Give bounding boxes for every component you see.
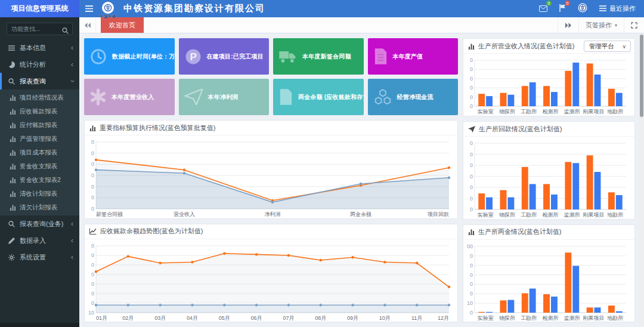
company-title: 中铁资源集团勘察设计有限公司: [123, 3, 265, 14]
svg-text:监测所: 监测所: [564, 212, 580, 218]
card-two-funds[interactable]: 两金余额 (应收账款和存货): [273, 79, 364, 115]
file-icon: [278, 88, 293, 106]
expand-button[interactable]: [624, 17, 644, 33]
company-logo: 中国中铁: [100, 2, 116, 20]
sidebar-subitem-output-mgmt-report[interactable]: 产值管理报表: [0, 132, 79, 146]
svg-text:监测所: 监测所: [564, 109, 580, 115]
svg-text:0: 0: [91, 272, 94, 277]
svg-text:0: 0: [470, 206, 473, 212]
paper-plane-lg-icon: [184, 89, 203, 105]
sidebar-subitem-fund-inout-report[interactable]: 资金收支报表: [0, 159, 79, 173]
panel-income: 生产所营业收入情况(蓝色计划值) 管理平台 ∨ 000000实验室物探所工勘所检…: [463, 38, 635, 116]
sidebar-search: [0, 17, 79, 39]
svg-text:检测所: 检测所: [543, 109, 559, 115]
svg-text:P: P: [190, 51, 196, 63]
emblem-button[interactable]: [578, 3, 587, 15]
chevron-icon: ‹: [71, 254, 73, 261]
svg-text:02月: 02月: [122, 315, 134, 321]
svg-text:0: 0: [470, 76, 473, 82]
svg-text:0: 0: [91, 243, 94, 249]
svg-text:0: 0: [91, 161, 94, 167]
svg-text:05月: 05月: [219, 315, 230, 321]
tab-bar: 欢迎首页 页签操作 ▾: [79, 17, 644, 33]
scrollbar[interactable]: [639, 33, 644, 327]
svg-text:0: 0: [470, 252, 473, 258]
sidebar-subitem-project-operation-report[interactable]: 项目经营情况表: [0, 91, 79, 104]
card-output-value[interactable]: 本年度产值: [368, 38, 459, 75]
svg-text:0: 0: [91, 206, 94, 212]
svg-text:0: 0: [470, 196, 473, 202]
search-icon[interactable]: [62, 26, 69, 36]
notice-button[interactable]: 0: [559, 4, 566, 14]
card-annual-revenue[interactable]: 本年度营业收入: [84, 79, 175, 115]
svg-text:04月: 04月: [187, 315, 198, 321]
sidebar-subitem-arrears-plan-report[interactable]: 清欠计划报表: [0, 200, 79, 214]
hamburger-icon[interactable]: [79, 0, 98, 17]
gear-icon: [8, 254, 15, 261]
tab-controls: 页签操作 ▾: [558, 17, 644, 33]
mail-button[interactable]: 0: [539, 4, 547, 14]
card-label: 经营净现金流: [397, 93, 434, 101]
sidebar-subitem-project-cost-report[interactable]: 项目成本报表: [0, 146, 79, 159]
svg-text:新签合同额: 新签合同额: [96, 211, 123, 217]
pencil-icon: [8, 237, 15, 244]
chevron-down-icon: ▾: [615, 23, 617, 28]
svg-text:00: 00: [467, 243, 473, 249]
panel-liangjin: 生产所两金情况(蓝色计划值) 0100000000实验室物探所工勘所检测所监测所…: [463, 224, 635, 323]
notice-badge: 0: [565, 1, 570, 6]
tabs-scroll-right-button[interactable]: [558, 17, 578, 33]
sidebar-item-stats-analysis[interactable]: 统计分析‹: [0, 56, 79, 73]
emblem-icon: [578, 3, 587, 15]
recent-actions-button[interactable]: 最近操作: [599, 4, 636, 13]
card-projects[interactable]: P在建项目:已完工项目: [179, 38, 270, 75]
menu-list-icon: [599, 5, 606, 13]
sidebar-subitem-fund-inout-report-2[interactable]: 资金收支报表2: [0, 173, 79, 187]
sidebar-subitem-receivable-report[interactable]: 应收账款报表: [0, 104, 79, 118]
sidebar-item-data-entry[interactable]: 数据录入‹: [0, 232, 79, 249]
bar-chart-icon: [10, 163, 16, 169]
sidebar-item-basic-info[interactable]: 基本信息‹: [0, 39, 79, 56]
card-label: 数据截止时间(单位：万元): [112, 53, 175, 61]
sidebar-item-report-query-business[interactable]: 报表查询(业务)‹: [0, 215, 79, 232]
sidebar-subitem-collection-plan-report[interactable]: 清收计划报表: [0, 187, 79, 200]
tabs-scroll-left-button[interactable]: [79, 17, 96, 33]
panel-budget: 重要指标预算执行情况(蓝色预算批复值) 0000000新签合同额营业收入净利润两…: [84, 120, 458, 219]
platform-select[interactable]: 管理平台 ∨: [584, 41, 631, 52]
mail-badge: 0: [546, 1, 552, 6]
search-icon: [8, 221, 15, 227]
sidebar-item-system-settings[interactable]: 系统设置‹: [0, 249, 79, 266]
svg-text:0: 0: [91, 184, 94, 190]
bar-chart-icon: [10, 94, 16, 101]
svg-text:0: 0: [470, 162, 473, 168]
card-net-cash-flow[interactable]: 经营净现金流: [368, 79, 459, 115]
sidebar-item-report-query[interactable]: 报表查询‹: [0, 73, 79, 90]
svg-text:0: 0: [470, 94, 473, 100]
svg-text:10月: 10月: [379, 315, 391, 321]
topbar-actions: 0 0 最近操作: [539, 3, 644, 15]
svg-text:0: 0: [91, 139, 94, 145]
main-area: 中国中铁 中铁资源集团勘察设计有限公司 0 0 最近操作: [79, 0, 644, 327]
sidebar-footer: [0, 323, 79, 327]
app-title: 项目信息管理系统: [0, 0, 79, 17]
dashboard-content: 数据截止时间(单位：万元)P在建项目:已完工项目本年度新签合同额本年度产值本年度…: [79, 33, 644, 327]
svg-text:0: 0: [470, 310, 473, 316]
svg-text:物探所: 物探所: [499, 109, 515, 115]
card-label: 在建项目:已完工项目: [207, 53, 264, 61]
svg-text:监测所: 监测所: [564, 315, 580, 321]
card-data-deadline[interactable]: 数据截止时间(单位：万元): [84, 38, 175, 75]
svg-text:08月: 08月: [315, 315, 326, 321]
scrollbar-thumb[interactable]: [640, 35, 643, 117]
panel-title: 生产所回款情况(蓝色计划值): [479, 125, 562, 134]
bar-chart-icon: [468, 43, 475, 50]
sidebar-subitem-payable-report[interactable]: 应付账款报表: [0, 118, 79, 132]
svg-text:工勘所: 工勘所: [521, 315, 537, 321]
tab-operations-dropdown[interactable]: 页签操作 ▾: [578, 17, 624, 33]
svg-text:工勘所: 工勘所: [521, 109, 537, 115]
svg-text:06月: 06月: [251, 315, 262, 321]
svg-text:检测所: 检测所: [543, 212, 559, 218]
app-window: 项目信息管理系统 基本信息‹统计分析‹报表查询‹项目经营情况表应收账款报表应付账…: [0, 0, 644, 327]
tab-welcome-home[interactable]: 欢迎首页: [101, 17, 144, 33]
bar-chart-icon: [89, 125, 96, 131]
card-new-contracts[interactable]: 本年度新签合同额: [273, 38, 364, 75]
card-net-profit[interactable]: 本年净利润: [179, 79, 270, 115]
